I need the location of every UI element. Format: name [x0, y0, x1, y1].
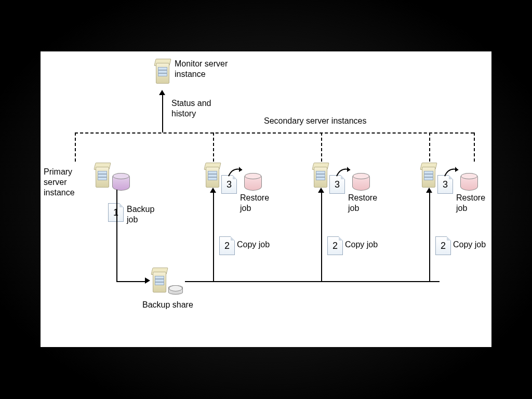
secondary2-step2-num: 2 [332, 241, 338, 251]
step1-number: 1 [113, 207, 118, 218]
secondary1-step3-num: 3 [227, 179, 232, 190]
line-primary-right [116, 281, 148, 282]
arrow-to-monitor-head [159, 90, 165, 95]
secondary1-up-arrow [210, 188, 216, 193]
slide-stage: Monitor server instance Status and histo… [0, 0, 532, 399]
backup-job-label: Backup job [127, 204, 154, 225]
secondary3-up-line [429, 191, 430, 281]
secondary1-restore-label: Restore job [240, 193, 269, 214]
secondary3-step2-page: 2 [435, 236, 451, 255]
dashed-drop-sec2 [321, 132, 322, 162]
primary-server-icon [94, 163, 110, 188]
status-label: Status and history [171, 98, 211, 119]
secondary1-step2-page: 2 [219, 236, 235, 255]
secondary1-db-icon [244, 173, 262, 191]
arrow-to-share [145, 277, 150, 284]
secondary1-server-icon [204, 163, 220, 188]
monitor-server-icon [154, 59, 170, 84]
secondary2-up-arrow [318, 188, 324, 193]
dashed-bus [75, 132, 474, 134]
primary-label: Primary server instance [44, 167, 75, 198]
monitor-label: Monitor server instance [175, 59, 228, 79]
secondary1-copy-label: Copy job [237, 240, 270, 250]
secondary3-up-arrow [426, 188, 432, 193]
secondary3-step3-num: 3 [443, 179, 448, 190]
backup-share-server-icon [151, 268, 167, 292]
dashed-drop-sec1 [213, 132, 214, 162]
line-primary-down [116, 190, 117, 281]
dashed-drop-end [474, 132, 475, 162]
secondary2-copy-label: Copy job [345, 240, 378, 250]
backup-share-disk-icon [168, 285, 183, 295]
secondary2-db-icon [352, 173, 370, 191]
secondary3-db-icon [460, 173, 478, 191]
backup-share-label: Backup share [142, 300, 193, 310]
secondary1-up-line [213, 191, 214, 281]
secondary1-step2-num: 2 [224, 241, 230, 251]
secondary-header: Secondary server instances [264, 116, 366, 126]
dashed-drop-sec3 [429, 132, 430, 162]
secondary2-restore-label: Restore job [348, 193, 377, 214]
dashed-drop-primary [75, 132, 76, 162]
secondary2-step3-num: 3 [335, 179, 340, 190]
secondary3-restore-label: Restore job [456, 193, 485, 214]
primary-db-icon [112, 173, 130, 191]
arrow-to-monitor [162, 94, 163, 132]
secondary2-step2-page: 2 [327, 236, 343, 255]
secondary3-server-icon [420, 163, 436, 188]
secondary3-copy-label: Copy job [453, 240, 486, 250]
diagram-canvas: Monitor server instance Status and histo… [41, 51, 491, 347]
bus-to-secondaries [185, 281, 440, 282]
secondary2-up-line [321, 191, 322, 281]
secondary3-step2-num: 2 [441, 241, 446, 251]
secondary2-server-icon [312, 163, 328, 188]
step1-page-icon: 1 [108, 203, 124, 222]
